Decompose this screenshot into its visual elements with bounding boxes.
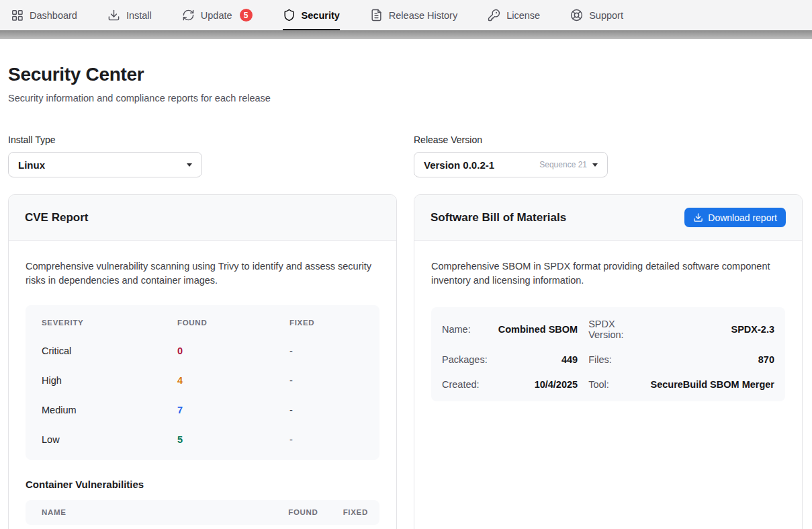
column-header-fixed: Fixed — [343, 508, 368, 516]
top-navigation: Dashboard Install Update 5 Security Rele… — [0, 0, 812, 30]
cve-report-title: CVE Report — [25, 211, 88, 225]
sbom-detail-label: SPDX Version: — [588, 319, 639, 340]
severity-table-header: Severity Found Fixed — [26, 309, 379, 336]
install-type-value: Linux — [18, 159, 45, 171]
chevron-down-icon — [187, 163, 192, 167]
column-header-name: Name — [42, 508, 263, 516]
download-report-button[interactable]: Download report — [684, 208, 786, 227]
found-count: 5 — [177, 434, 289, 445]
cve-report-card: CVE Report Comprehensive vulnerability s… — [8, 194, 397, 529]
shield-icon — [283, 9, 296, 22]
sbom-detail-value: 870 — [650, 354, 774, 365]
nav-item-install[interactable]: Install — [107, 0, 152, 30]
page-title: Security Center — [8, 64, 803, 85]
severity-row-low: Low 5 - — [26, 425, 379, 454]
security-center-page: Security Center Security information and… — [0, 64, 812, 529]
nav-item-update[interactable]: Update 5 — [182, 0, 253, 30]
release-version-value: Version 0.0.2-1 — [424, 159, 494, 171]
severity-row-critical: Critical 0 - — [26, 336, 379, 366]
download-icon — [693, 212, 703, 222]
severity-row-high: High 4 - — [26, 366, 379, 395]
sbom-title: Software Bill of Materials — [431, 211, 566, 225]
severity-label: High — [42, 375, 177, 386]
window-divider — [0, 30, 812, 39]
sbom-body: Comprehensive SBOM in SPDX format provid… — [414, 241, 802, 420]
sbom-detail-value: SPDX-2.3 — [650, 324, 774, 335]
column-header-fixed: Fixed — [289, 319, 363, 327]
sbom-detail-label: Tool: — [588, 379, 639, 390]
fixed-count: - — [289, 434, 363, 445]
sbom-detail-value: 449 — [498, 354, 578, 365]
key-icon — [488, 9, 500, 22]
found-count: 7 — [177, 405, 289, 415]
cve-report-header: CVE Report — [9, 195, 396, 241]
column-header-found: Found — [177, 319, 289, 327]
nav-item-release-history[interactable]: Release History — [370, 0, 457, 30]
release-version-label: Release Version — [414, 134, 803, 145]
severity-label: Medium — [42, 405, 177, 415]
column-header-severity: Severity — [42, 319, 177, 327]
nav-label: License — [506, 10, 540, 21]
file-text-icon — [370, 9, 383, 22]
sbom-card: Software Bill of Materials Download repo… — [414, 194, 803, 529]
column-header-found: Found — [288, 508, 318, 516]
chevron-down-icon — [592, 163, 598, 167]
sbom-detail-value: SecureBuild SBOM Merger — [650, 379, 774, 390]
report-cards-row: CVE Report Comprehensive vulnerability s… — [8, 194, 803, 529]
sbom-header: Software Bill of Materials Download repo… — [414, 195, 802, 241]
found-count: 0 — [177, 345, 289, 356]
sbom-description: Comprehensive SBOM in SPDX format provid… — [431, 259, 785, 288]
life-buoy-icon — [570, 9, 583, 22]
refresh-icon — [182, 9, 195, 22]
sbom-detail-value: 10/4/2025 — [498, 379, 578, 390]
found-count: 4 — [177, 375, 289, 386]
update-count-badge: 5 — [240, 9, 253, 22]
container-vulnerabilities-table-header: Name Found Fixed — [26, 500, 379, 525]
severity-row-medium: Medium 7 - — [26, 395, 379, 425]
nav-label: Security — [302, 10, 340, 21]
nav-label: Support — [589, 10, 623, 21]
severity-label: Critical — [42, 345, 177, 356]
filters-row: Install Type Linux Release Version Versi… — [8, 134, 803, 177]
nav-label: Dashboard — [30, 10, 77, 21]
sbom-detail-label: Files: — [588, 354, 639, 365]
sbom-detail-value: Combined SBOM — [498, 324, 578, 335]
sbom-detail-label: Created: — [442, 379, 488, 390]
release-sequence-label: Sequence 21 — [539, 160, 587, 169]
download-report-label: Download report — [708, 212, 777, 223]
nav-label: Update — [201, 10, 232, 21]
nav-item-support[interactable]: Support — [570, 0, 623, 30]
nav-label: Install — [126, 10, 152, 21]
cve-report-body: Comprehensive vulnerability scanning usi… — [9, 241, 396, 529]
install-type-label: Install Type — [8, 134, 397, 145]
nav-item-license[interactable]: License — [488, 0, 540, 30]
nav-label: Release History — [389, 10, 457, 21]
cve-report-description: Comprehensive vulnerability scanning usi… — [26, 259, 379, 288]
severity-label: Low — [42, 434, 177, 445]
fixed-count: - — [289, 345, 363, 356]
severity-table: Severity Found Fixed Critical 0 - High 4… — [26, 305, 379, 460]
install-type-filter: Install Type Linux — [8, 134, 397, 177]
sbom-detail-label: Name: — [442, 324, 488, 335]
dashboard-grid-icon — [11, 9, 24, 22]
release-version-filter: Release Version Version 0.0.2-1 Sequence… — [414, 134, 803, 177]
download-icon — [107, 9, 120, 22]
sbom-detail-label: Packages: — [442, 354, 488, 365]
container-vulnerabilities-title: Container Vulnerabilities — [26, 479, 379, 490]
sbom-details-panel: Name: Combined SBOM SPDX Version: SPDX-2… — [431, 307, 785, 401]
page-subtitle: Security information and compliance repo… — [8, 93, 803, 104]
release-version-select[interactable]: Version 0.0.2-1 Sequence 21 — [414, 152, 608, 177]
fixed-count: - — [289, 375, 363, 386]
nav-item-security[interactable]: Security — [283, 0, 340, 30]
install-type-select[interactable]: Linux — [8, 152, 202, 177]
nav-item-dashboard[interactable]: Dashboard — [11, 0, 77, 30]
fixed-count: - — [289, 405, 363, 415]
